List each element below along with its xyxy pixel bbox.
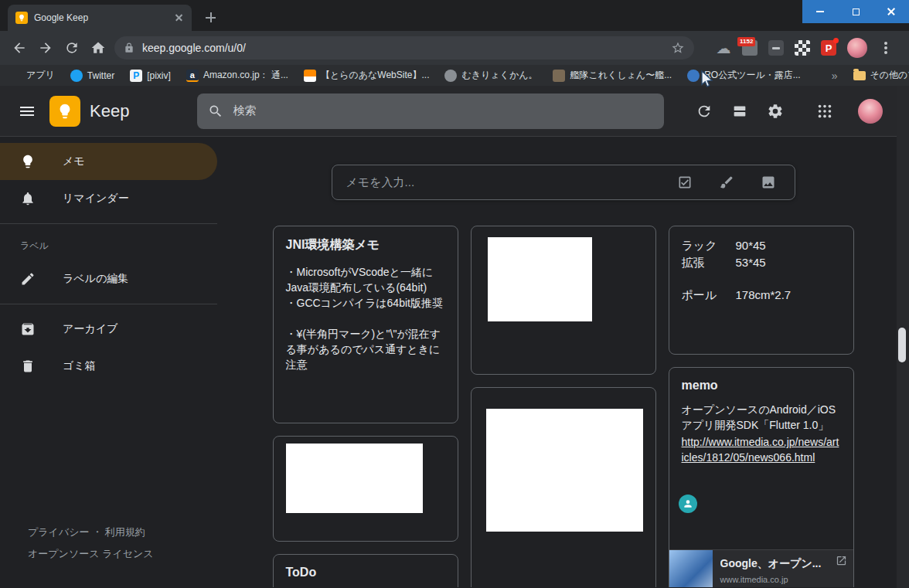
- other-bookmarks-button[interactable]: その他のブックマーク: [853, 69, 909, 82]
- maximize-button[interactable]: [838, 0, 873, 23]
- sidebar-footer-license: オープンソース ライセンス: [28, 547, 154, 561]
- terms-link[interactable]: 利用規約: [105, 526, 145, 538]
- note-card-memo[interactable]: memo オープンソースのAndroid／iOS アプリ開発SDK「Flutte…: [669, 367, 854, 587]
- note-card-image[interactable]: [273, 436, 458, 542]
- list-view-toggle-button[interactable]: [722, 93, 758, 129]
- new-image-note-icon[interactable]: [761, 175, 776, 190]
- site-favicon-icon: [687, 70, 700, 82]
- other-bookmarks-label: その他のブックマーク: [870, 69, 909, 82]
- close-button[interactable]: [873, 0, 909, 23]
- bookmark-label: RO公式ツール・露店...: [704, 69, 801, 82]
- new-checklist-icon[interactable]: [677, 175, 693, 190]
- keep-logo[interactable]: [49, 96, 80, 127]
- link-preview-thumbnail: [669, 550, 713, 587]
- link-preview-title: Google、オープン...: [720, 557, 846, 571]
- extensions-area: 1152: [716, 38, 894, 58]
- note-card-todo[interactable]: ToDo: [273, 554, 458, 587]
- note-link[interactable]: http://www.itmedia.co.jp/news/articles/1…: [682, 434, 841, 465]
- note-image: [286, 444, 423, 513]
- open-in-new-icon[interactable]: [836, 555, 847, 566]
- bookmark-twitter[interactable]: Twitter: [70, 70, 114, 82]
- address-bar[interactable]: keep.google.com/u/0/: [114, 36, 694, 59]
- new-tab-button[interactable]: [203, 9, 220, 26]
- keep-profile-avatar[interactable]: [858, 99, 883, 124]
- tab-title: Google Keep: [34, 12, 167, 23]
- link-preview[interactable]: Google、オープン... www.itmedia.co.jp: [669, 549, 853, 587]
- rack-label: ポール: [682, 287, 736, 304]
- refresh-button[interactable]: [686, 93, 722, 129]
- extension-icon[interactable]: [768, 40, 784, 56]
- bookmark-mukiryokukan[interactable]: むきりょくかん。: [444, 69, 537, 82]
- browser-window: Google Keep keep.google.com/u/0/ 1152: [0, 0, 909, 588]
- note-composer[interactable]: メモを入力...: [332, 165, 795, 200]
- sidebar-item-archive[interactable]: アーカイブ: [0, 311, 217, 348]
- note-card-jni[interactable]: JNI環境構築メモ ・MicrosoftがVScodeと一緒に Java環境配布…: [273, 226, 458, 423]
- bookmark-toranoana[interactable]: 【とらのあなWebSite】...: [304, 69, 430, 82]
- app-title: Keep: [90, 101, 129, 121]
- apps-grid-icon: [9, 70, 22, 82]
- bookmark-pixiv[interactable]: [pixiv]: [130, 70, 171, 82]
- google-apps-button[interactable]: [807, 93, 843, 129]
- keep-search-bar[interactable]: 検索: [197, 93, 664, 129]
- bookmark-label: むきりょくかん。: [461, 69, 537, 82]
- rack-label: ラック: [682, 237, 736, 254]
- link-preview-domain: www.itmedia.co.jp: [720, 575, 846, 584]
- note-title: ToDo: [286, 566, 445, 580]
- bookmark-apps[interactable]: アプリ: [9, 69, 55, 82]
- page-scrollbar[interactable]: [897, 86, 909, 588]
- p-extension-icon[interactable]: [821, 40, 836, 56]
- settings-button[interactable]: [758, 93, 793, 129]
- checker-extension-icon[interactable]: [795, 40, 810, 56]
- bookmark-kancolle[interactable]: 艦隊これくしょん〜艦...: [553, 69, 672, 82]
- main-menu-button[interactable]: [9, 93, 45, 129]
- forward-button[interactable]: [32, 35, 59, 61]
- bookmark-ro-tools[interactable]: RO公式ツール・露店...: [687, 69, 801, 82]
- scrollbar-thumb[interactable]: [898, 328, 906, 362]
- open-source-license-link[interactable]: オープンソース ライセンス: [28, 548, 154, 559]
- maximize-icon: [853, 8, 860, 15]
- browser-menu-icon[interactable]: [884, 46, 887, 49]
- browser-tab[interactable]: Google Keep: [8, 5, 192, 31]
- bookmark-amazon[interactable]: Amazon.co.jp： 通...: [186, 69, 288, 82]
- navbar: keep.google.com/u/0/ 1152: [0, 31, 909, 65]
- keep-app: Keep 検索 メモ: [0, 86, 909, 588]
- note-card-rack[interactable]: ラック 90*45 拡張 53*45 ポール 178cm*2.7: [669, 226, 854, 355]
- home-button[interactable]: [85, 35, 111, 61]
- sidebar-label: メモ: [63, 155, 85, 168]
- keep-favicon-icon: [15, 12, 28, 24]
- bookmark-label: アプリ: [26, 69, 55, 82]
- back-button[interactable]: [6, 35, 32, 61]
- browser-profile-avatar[interactable]: [847, 38, 867, 58]
- privacy-link[interactable]: プライバシー: [28, 526, 90, 538]
- cloud-extension-icon[interactable]: [716, 40, 731, 56]
- collaborator-avatar: [679, 495, 697, 513]
- bookmarks-overflow-chevron[interactable]: »: [832, 70, 838, 82]
- minimize-button[interactable]: [802, 0, 838, 23]
- amazon-icon: [186, 70, 199, 82]
- bookmark-label: Twitter: [87, 70, 114, 81]
- sidebar-item-notes[interactable]: メモ: [0, 143, 217, 180]
- note-image: [488, 237, 592, 321]
- rack-value: 178cm*2.7: [736, 287, 792, 304]
- note-card-image[interactable]: [471, 226, 656, 375]
- sidebar-item-edit-labels[interactable]: ラベルの編集: [0, 260, 217, 297]
- titlebar: Google Keep: [0, 0, 909, 31]
- sidebar-item-trash[interactable]: ゴミ箱: [0, 348, 217, 385]
- mail-extension-icon[interactable]: 1152: [742, 40, 758, 56]
- reload-icon: [64, 40, 80, 56]
- tab-close-icon[interactable]: [173, 12, 186, 24]
- bookmark-label: 【とらのあなWebSite】...: [321, 69, 430, 82]
- url-text[interactable]: keep.google.com/u/0/: [142, 42, 663, 54]
- sidebar-item-reminders[interactable]: リマインダー: [0, 180, 217, 217]
- labels-heading: ラベル: [0, 230, 217, 260]
- reload-button[interactable]: [59, 35, 85, 61]
- back-icon: [12, 40, 27, 56]
- bookmark-star-icon[interactable]: [671, 41, 685, 55]
- notes-column-2: [471, 226, 656, 587]
- home-icon: [90, 40, 106, 56]
- note-card-image[interactable]: [471, 387, 656, 587]
- sidebar-footer-links: プライバシー ・ 利用規約: [28, 525, 145, 539]
- sidebar-label: ゴミ箱: [63, 359, 96, 373]
- close-icon: [887, 7, 896, 16]
- new-drawing-icon[interactable]: [719, 175, 734, 190]
